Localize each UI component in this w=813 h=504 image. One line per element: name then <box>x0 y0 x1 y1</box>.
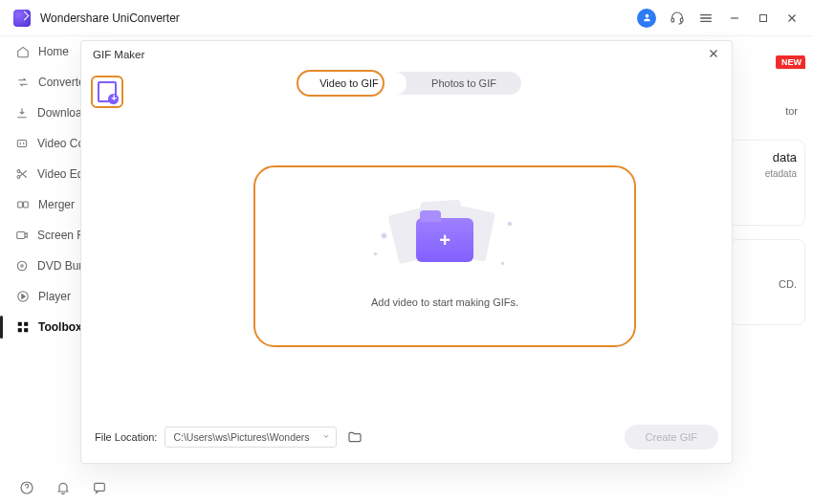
svg-rect-7 <box>23 202 28 208</box>
dialog-footer: File Location: C:\Users\ws\Pictures\Wond… <box>95 425 718 449</box>
background-cards: NEW tor data etadata CD. <box>729 52 805 456</box>
folder-icon: + <box>416 218 473 262</box>
svg-rect-6 <box>17 202 22 208</box>
sidebar-item-label: Merger <box>38 198 75 211</box>
menu-icon[interactable] <box>698 11 714 26</box>
svg-rect-17 <box>95 483 105 491</box>
support-icon[interactable] <box>670 11 685 26</box>
home-icon <box>15 45 30 59</box>
tab-highlight <box>297 70 385 97</box>
sidebar-item-label: Player <box>38 290 71 303</box>
open-folder-button[interactable] <box>344 427 365 448</box>
svg-rect-15 <box>24 328 28 332</box>
titlebar: Wondershare UniConverter <box>0 0 813 36</box>
play-icon <box>15 290 30 304</box>
app-title: Wondershare UniConverter <box>40 11 180 25</box>
recorder-icon <box>15 229 29 243</box>
file-location-select[interactable]: C:\Users\ws\Pictures\Wonders <box>165 427 337 448</box>
window-controls <box>637 9 800 28</box>
tab-photos-to-gif[interactable]: Photos to GIF <box>406 72 521 95</box>
sidebar-item-label: Home <box>38 45 69 58</box>
new-badge: NEW <box>776 55 805 69</box>
maximize-button[interactable] <box>756 11 771 26</box>
chevron-down-icon <box>321 431 331 441</box>
converter-icon <box>15 76 30 90</box>
dialog-title: GIF Maker <box>93 49 144 60</box>
statusbar <box>0 471 107 504</box>
feedback-icon[interactable] <box>92 480 107 495</box>
close-icon[interactable] <box>707 47 720 60</box>
svg-rect-2 <box>760 14 767 21</box>
bgcard-3: CD. <box>729 239 805 325</box>
tab-label: Photos to GIF <box>431 77 496 89</box>
svg-rect-8 <box>17 232 25 239</box>
help-icon[interactable] <box>19 480 34 495</box>
close-button[interactable] <box>784 11 800 26</box>
sidebar-item-label: Toolbox <box>38 320 82 334</box>
gif-maker-dialog: GIF Maker Video to GIF Photos to GIF + A… <box>80 40 733 464</box>
grid-icon <box>15 320 30 335</box>
bgcard-2-title: data <box>737 150 797 164</box>
file-location-label: File Location: <box>95 431 157 443</box>
svg-rect-1 <box>680 18 683 22</box>
drop-illustration: + <box>387 205 502 281</box>
svg-rect-13 <box>24 322 28 326</box>
svg-rect-3 <box>17 141 26 147</box>
disc-icon <box>15 259 29 274</box>
svg-point-10 <box>21 265 23 267</box>
add-file-icon <box>98 81 117 102</box>
bgcard-2: data etadata <box>729 140 805 226</box>
bgcard-1-text: tor <box>785 105 798 117</box>
svg-rect-0 <box>671 18 674 22</box>
minimize-button[interactable] <box>727 11 742 26</box>
account-avatar[interactable] <box>637 9 656 28</box>
bgcard-2-sub: etadata <box>737 168 797 179</box>
svg-point-9 <box>17 261 26 270</box>
download-icon <box>15 106 29 121</box>
dialog-header: GIF Maker <box>81 41 732 68</box>
create-gif-button[interactable]: Create GIF <box>625 425 718 449</box>
scissors-icon <box>15 167 29 182</box>
drop-message: Add video to start making GIFs. <box>371 296 518 308</box>
file-location-value: C:\Users\ws\Pictures\Wonders <box>173 431 309 443</box>
svg-rect-14 <box>17 328 21 332</box>
bgcard-1: NEW tor <box>729 52 805 126</box>
compressor-icon <box>15 137 29 151</box>
svg-rect-12 <box>17 322 21 326</box>
app-logo <box>13 10 31 27</box>
bell-icon[interactable] <box>55 480 71 495</box>
bgcard-3-sub: CD. <box>737 278 797 290</box>
add-file-button[interactable] <box>91 76 123 108</box>
merger-icon <box>15 198 30 212</box>
drop-zone[interactable]: + Add video to start making GIFs. <box>253 165 636 347</box>
create-gif-label: Create GIF <box>646 431 697 443</box>
